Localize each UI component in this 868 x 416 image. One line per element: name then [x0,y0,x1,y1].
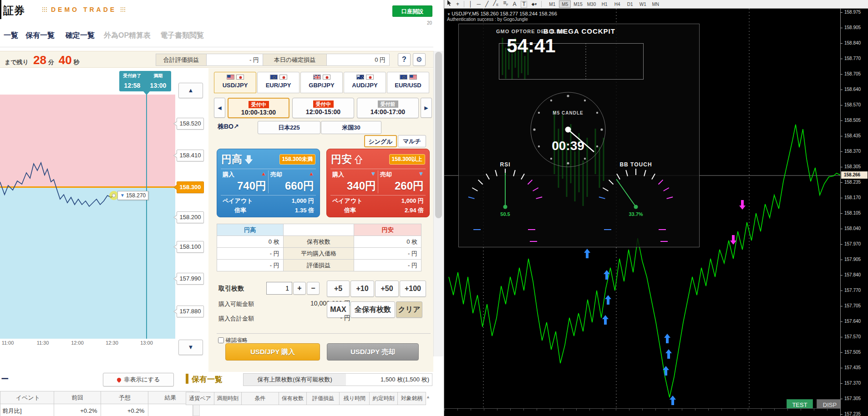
timeframe-mn[interactable]: MN [650,0,661,8]
vertical-line-icon[interactable]: │ [469,0,472,8]
settings-gear-button[interactable]: ⚙ [413,53,426,66]
currency-tab-gbpjpy[interactable]: GBP/JPY [300,72,343,93]
text-label-icon[interactable]: T [521,1,527,8]
currency-tab-eurjpy[interactable]: EUR/JPY [257,72,299,93]
scrollbar-thumb[interactable] [435,52,442,218]
currency-tab-audjpy[interactable]: AUD/JPY [344,72,386,93]
timeframe-m30[interactable]: M30 [585,0,598,8]
prev-round-button[interactable]: ◀ [214,98,225,118]
horizontal-line-icon[interactable]: ─ [477,0,481,8]
tab-hoyu-ichiran[interactable]: 保有一覧 [25,31,55,40]
tab-gaitame-op[interactable]: 外為OP精算表 [104,31,151,40]
tab-denshi-shorui[interactable]: 電子書類閲覧 [160,31,204,40]
cursor-icon[interactable] [447,0,452,8]
jp-flag-icon [236,75,244,80]
high-held-count: 0 枚 [217,236,284,248]
price-scale-label: 158.435 [844,133,861,139]
all-held-button[interactable]: 全保有枚数 [350,301,395,318]
round-12-15[interactable]: 受付中 12:00-15:00 [292,98,354,118]
timeframe-m1[interactable]: M1 [546,0,558,8]
test-button[interactable]: TEST [787,399,813,408]
remaining-minutes: 28 [33,53,46,67]
hold-header-filled: 約定時刻 [370,392,398,405]
buy-button[interactable]: USD/JPY 購入 [225,343,320,361]
price-scale-label: 158.040 [844,226,861,231]
quick-plus5-button[interactable]: +5 [327,281,350,297]
scroll-down-button[interactable]: ▼ [178,340,203,355]
stock-bo-link[interactable]: 株BO↗ [218,123,239,131]
us30-button[interactable]: 米国30 [321,121,381,134]
tab-kakutei-ichiran[interactable]: 確定一覧 [66,31,95,40]
round-10-13[interactable]: 受付中 10:00-13:00 [228,98,289,118]
timeframe-h1[interactable]: H1 [599,0,610,8]
logo-fragment [0,0,1,19]
currency-tab-label: EUR/USD [387,82,429,89]
timeframe-h4[interactable]: H4 [611,0,623,8]
sell-price[interactable]: 260円 [380,179,424,193]
quick-plus10-button[interactable]: +10 [350,281,374,297]
holdings-scrollbar[interactable]: ▲ [426,395,430,399]
price-scale-label: 157.905 [844,257,861,262]
yen-high-card[interactable]: 円高 158.300未満 購入▲ 740円 売却▲ 660円 ペイアウト1,00… [217,149,320,217]
fibonacci-icon[interactable]: ≡F [503,0,508,9]
sell-price[interactable]: 660円 [270,179,314,193]
qty-minus-button[interactable]: − [307,282,320,295]
buy-price[interactable]: 740円 [223,179,266,193]
strike-price-line [0,186,175,188]
round-14-17[interactable]: 受付前 14:00-17:00 [357,98,419,118]
scroll-up-button[interactable]: ▲ [178,83,203,98]
price-scale-label: 157.435 [844,365,861,371]
yen-high-condition: 158.300未満 [279,154,315,165]
mode-single-button[interactable]: シングル [364,135,397,147]
payout-label: ペイアウト [332,197,363,205]
timeframe-d1[interactable]: D1 [624,0,636,8]
arrows-tool-icon[interactable]: ◆▾ [532,0,537,8]
remaining-seconds: 40 [59,53,72,67]
price-scale-label: 157.970 [844,241,861,247]
trendline-icon[interactable]: ╱ [485,0,488,8]
down-arrow-icon [245,155,253,164]
holdings-limit-value: 1,500 枚(1,500 枚) [346,373,432,386]
disp-button[interactable]: DISP [817,399,840,408]
nikkei225-button[interactable]: 日本225 [258,121,320,134]
quick-plus100-button[interactable]: +100 [400,281,426,297]
qty-label: 取引枚数 [218,285,244,293]
quantity-input[interactable] [266,282,292,295]
hold-header-pair: 通貨ペア [186,392,214,405]
ratio-value: 1.35 倍 [295,206,314,215]
timeframe-m5[interactable]: M5 [559,0,571,8]
deadline-label: GMO OPTORE DEADLINE [459,29,604,34]
tab-ichiran[interactable]: 一覧 [4,31,18,40]
timeframe-m15[interactable]: M15 [572,0,584,8]
next-round-button[interactable]: ▶ [421,98,432,118]
today-pl-value: 0 円 [326,54,390,66]
total-amount-label: 購入合計金額 [218,315,254,323]
crosshair-icon[interactable]: + [456,0,459,8]
row-label: 評価損益 [284,260,355,271]
ratio-label: 倍率 [223,206,246,215]
buy-price[interactable]: 340円 [332,179,376,193]
open-account-button[interactable]: 口座開設 [392,5,432,17]
sell-button[interactable]: USD/JPY 売却 [327,343,419,361]
price-scale-label: 158.905 [844,25,861,30]
timeframe-w1[interactable]: W1 [637,0,649,8]
clear-button[interactable]: クリア [396,301,422,318]
yen-low-card[interactable]: 円安 158.300以上 購入▼ 340円 売却▼ 260円 ペイアウト1,00… [326,149,430,217]
mode-multi-button[interactable]: マルチ [398,135,426,147]
skip-confirm-checkbox[interactable] [218,337,224,343]
help-button[interactable]: ? [398,53,411,66]
below-strike-zone [0,187,175,339]
quick-plus50-button[interactable]: +50 [375,281,399,297]
mt4-chart-area[interactable]: ▼ USDJPY,M5 158.260 158.277 158.244 158.… [444,9,840,408]
text-icon[interactable]: A [513,0,516,8]
app-scrollbar[interactable] [433,51,443,356]
chart-dropdown-icon[interactable]: ▼ [447,12,452,16]
yen-low-title: 円安 [331,152,352,166]
currency-tab-usdjpy[interactable]: USD/JPY [214,72,256,93]
qty-plus-button[interactable]: + [293,282,306,295]
currency-tab-eurusd[interactable]: EUR/USD [387,72,429,93]
channel-icon[interactable]: ╱E [493,0,498,9]
hide-calendar-button[interactable]: 非表示にする [103,373,174,386]
mt4-toolbar: + │ ─ ╱ ╱E ≡F A T ◆▾ M1M5M15M30H1H4D1W1M… [444,0,868,9]
status-bar: まで残り 28 分 40 秒 合計評価損益 - 円 本日の確定損益 0 円 ? … [0,51,433,68]
